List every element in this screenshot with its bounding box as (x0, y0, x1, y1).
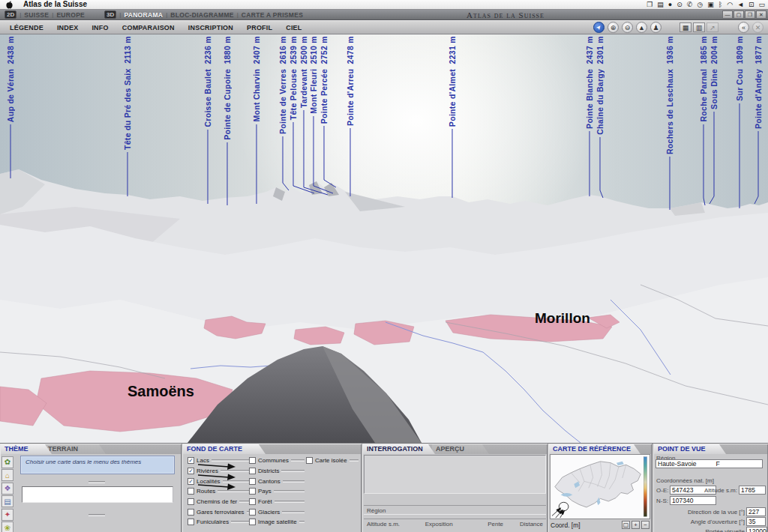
zoom-in-tool[interactable]: ⊕ (608, 22, 619, 33)
observer-tool[interactable]: ♟ (650, 22, 662, 33)
checkbox-districts[interactable] (249, 468, 256, 474)
checkbox-rivieres[interactable]: ✓ (188, 468, 194, 474)
oe-label: O-E: (656, 487, 668, 494)
input-icon[interactable]: ⊡ (748, 0, 754, 9)
theme-statistics-icon[interactable]: ▤ (2, 495, 14, 507)
layout-table-button[interactable]: ▦ (680, 22, 692, 32)
angle-input[interactable]: 35 (746, 517, 766, 526)
mode-panorama[interactable]: PANORAMA (124, 11, 163, 19)
altitude-input[interactable]: 1785 (739, 486, 766, 495)
checkbox-image-satellite[interactable] (249, 519, 256, 525)
checkbox-cantons[interactable] (249, 478, 256, 485)
eject-icon[interactable]: ⊙ (676, 0, 682, 9)
checkbox-funiculaires[interactable] (188, 519, 194, 525)
terrain-tool[interactable]: ▲ (636, 22, 647, 33)
zoom-out-tool[interactable]: ⊖ (622, 22, 633, 33)
tab-carte-de-reference[interactable]: CARTE DE RÉFÉRENCE (549, 444, 640, 454)
ns-input[interactable]: 107340 (670, 496, 716, 505)
groove-line (274, 501, 304, 503)
menu-item-info[interactable]: INFO (85, 24, 115, 31)
checkbox-foret[interactable] (249, 498, 256, 505)
separator: | (166, 11, 167, 18)
groove-line (274, 490, 304, 492)
menu-item-inscription[interactable]: INSCRIPTION (182, 24, 240, 31)
coord-label: Coord. [m] (550, 522, 580, 529)
terrain-icon: ▲ (638, 24, 645, 31)
restore-button[interactable]: ❐ (745, 10, 755, 19)
mode-bloc-diagramme[interactable]: BLOC-DIAGRAMME (170, 11, 233, 19)
badge-2d[interactable]: 2D (4, 10, 16, 19)
menu-item-index[interactable]: INDEX (50, 24, 86, 31)
checkbox-gares-ferroviaires[interactable] (188, 509, 194, 516)
field-altitude-s-m: Altitude s.m. (367, 521, 425, 527)
menu-item-legende[interactable]: LÉGENDE (3, 24, 50, 31)
close-view-button: ✕ (752, 22, 764, 33)
tab-theme[interactable]: THÈME (1, 444, 52, 454)
collapse-button[interactable]: « (738, 22, 749, 33)
switzerland-overview-map[interactable] (550, 454, 650, 519)
menu-item-profil[interactable]: PROFIL (240, 24, 279, 31)
theme-vegetation-icon[interactable]: ✿ (2, 456, 14, 468)
panorama-view[interactable] (0, 34, 768, 443)
layout-panels-button[interactable]: ▥ (693, 22, 705, 32)
tab-apercu[interactable]: APERÇU (432, 444, 489, 454)
portee-input[interactable]: 120000 (746, 527, 767, 532)
system-menu-bar: Atlas de la Suisse ❐▤●⊙✆◷▣ᛒ◠◄⊡▭ (0, 0, 768, 10)
phone-icon[interactable]: ✆ (687, 0, 693, 9)
tab-point-de-vue[interactable]: POINT DE VUE (654, 444, 726, 454)
checkbox-glaciers[interactable] (249, 509, 256, 516)
mode-suisse[interactable]: SUISSE (24, 11, 49, 19)
groove-line (350, 459, 358, 462)
volume-icon[interactable]: ◄ (737, 0, 744, 9)
close-button[interactable]: ✕ (756, 10, 766, 19)
menu-item-ciel[interactable]: CIEL (279, 24, 308, 31)
maximize-button[interactable]: ▢ (734, 10, 744, 19)
direction-input[interactable]: 227 (746, 507, 766, 516)
theme-hydrology-icon[interactable]: ❖ (2, 483, 14, 495)
theme-select-box[interactable] (22, 486, 173, 503)
layout-panels-icon: ▥ (696, 24, 703, 31)
map-zoom-out-button[interactable]: − (641, 521, 650, 529)
wifi-icon[interactable]: ◠ (727, 0, 733, 9)
theme-agriculture-icon[interactable]: ❀ (2, 522, 14, 532)
checkbox-chemins-de-fer[interactable] (188, 498, 194, 505)
mode-carte-a-prismes[interactable]: CARTE A PRISMES (242, 11, 303, 19)
atlas-app-window: Atlas de la Suisse ❐▤●⊙✆◷▣ᛒ◠◄⊡▭ 2D|SUISS… (0, 0, 768, 532)
layer-label: Image satellite (258, 519, 297, 525)
battery-icon[interactable]: ▭ (758, 0, 765, 9)
app-name[interactable]: Atlas de la Suisse (23, 0, 87, 9)
displays-icon[interactable]: ❐ (646, 0, 652, 9)
checkbox-lacs[interactable]: ✓ (188, 457, 194, 464)
region-input[interactable]: Haute-Savoie F (656, 459, 763, 468)
groove-line (291, 459, 304, 462)
pointer-tool[interactable]: ➤ (593, 22, 604, 33)
checkbox-communes[interactable] (249, 457, 256, 464)
status-dot-icon[interactable]: ● (668, 0, 672, 9)
checkbox-routes[interactable] (188, 488, 194, 495)
tab-terrain[interactable]: TERRAIN (44, 444, 106, 454)
theme-settlement-icon[interactable]: ⌂ (2, 469, 14, 481)
coords-label: Coordonnées nat. [m] (656, 477, 714, 484)
view-toolbar: ➤⊕⊖▲♟ ▦▥↗ «✕ (593, 21, 768, 34)
checkbox-carte-isolee[interactable] (306, 457, 313, 464)
menu-item-comparaison[interactable]: COMPARAISON (116, 24, 182, 31)
minimize-button[interactable]: — (722, 10, 733, 19)
close-view-icon: ✕ (755, 24, 761, 31)
clock-icon[interactable]: ◷ (697, 0, 703, 9)
theme-fauna-icon[interactable]: ✦ (2, 509, 14, 521)
apple-menu-icon[interactable] (6, 1, 13, 9)
display-icon[interactable]: ▣ (707, 0, 714, 9)
network-icon[interactable]: ▤ (657, 0, 664, 9)
layer-label: Chemins de fer (196, 498, 237, 505)
badge-3d[interactable]: 3D (104, 10, 116, 19)
theme-category-icons: ✿⌂❖▤✦❀ (2, 455, 16, 532)
reference-map-panel: CARTE DE RÉFÉRENCE (548, 444, 652, 532)
checkbox-pays[interactable] (249, 488, 256, 495)
map-extent-button[interactable]: ▢ (622, 521, 630, 529)
map-zoom-in-button[interactable]: + (632, 521, 640, 529)
tab-interrogation[interactable]: INTERROGATION (363, 444, 435, 454)
bluetooth-icon[interactable]: ᛒ (718, 0, 722, 9)
checkbox-localites[interactable]: ✓ (188, 478, 194, 485)
mode-europe[interactable]: EUROPE (56, 11, 85, 19)
tab-fond-de-carte[interactable]: FOND DE CARTE (183, 444, 266, 454)
